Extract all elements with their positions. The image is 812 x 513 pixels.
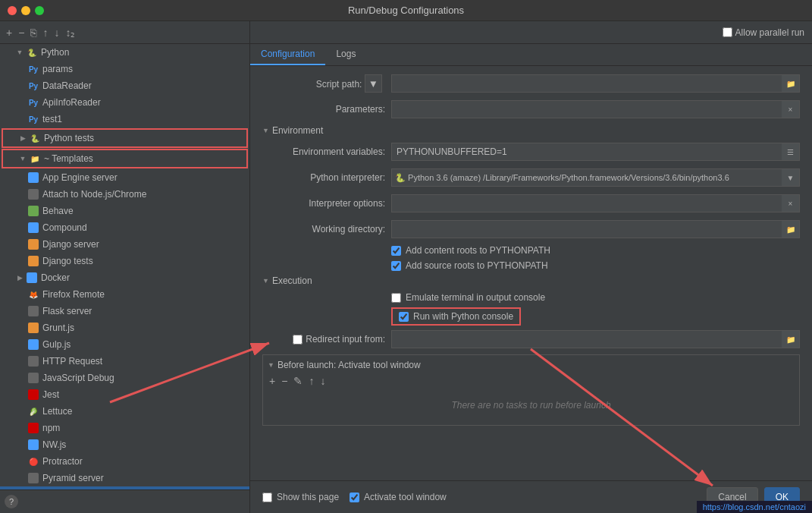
remove-task-button[interactable]: −	[280, 375, 289, 387]
tree-docker[interactable]: ▶ Docker	[0, 269, 249, 286]
emulate-terminal-label: Emulate terminal in output console	[406, 292, 545, 303]
interpreter-options-input[interactable]	[391, 194, 782, 212]
window-controls[interactable]	[8, 6, 44, 15]
firefox-icon: 🦊	[27, 288, 39, 301]
redirect-path-input[interactable]	[391, 330, 782, 348]
add-content-roots-checkbox[interactable]	[391, 246, 401, 256]
protractor-label: Protractor	[42, 456, 83, 467]
config-tree: ▼ 🐍 Python Py params Py DataReader Py Ap…	[0, 44, 249, 489]
maximize-button[interactable]	[35, 6, 44, 15]
add-source-roots-checkbox[interactable]	[391, 261, 401, 271]
tree-datareader[interactable]: Py DataReader	[0, 77, 249, 94]
django-server-icon	[27, 238, 39, 250]
activate-tool-window-checkbox[interactable]	[350, 493, 359, 502]
move-up-button[interactable]: ↑	[41, 27, 49, 39]
close-button[interactable]	[8, 6, 17, 15]
script-path-dropdown[interactable]: ▼	[365, 74, 382, 93]
tree-http-request[interactable]: HTTP Request	[0, 353, 249, 370]
help-button[interactable]: ?	[5, 495, 18, 508]
redirect-input-group: 📁	[391, 330, 800, 348]
interpreter-options-clear[interactable]: ×	[782, 194, 800, 212]
test1-label: test1	[42, 114, 62, 124]
interpreter-dropdown-button[interactable]: ▼	[782, 168, 800, 187]
allow-parallel-label: Allow parallel run	[735, 27, 804, 38]
show-page-checkbox[interactable]	[262, 493, 272, 502]
add-content-roots-row: Add content roots to PYTHONPATH	[391, 245, 800, 256]
tree-pyramid[interactable]: Pyramid server	[0, 470, 249, 486]
copy-config-button[interactable]: ⎘	[29, 27, 38, 39]
tree-lettuce[interactable]: 🥬 Lettuce	[0, 403, 249, 420]
edit-task-button[interactable]: ✎	[292, 375, 304, 387]
up-task-button[interactable]: ↑	[307, 375, 315, 387]
tree-npm[interactable]: npm	[0, 420, 249, 436]
tree-test1[interactable]: Py test1	[0, 111, 249, 127]
run-python-console-container: Run with Python console	[391, 307, 521, 326]
tree-templates-group[interactable]: ▼ 📁 ~ Templates	[3, 150, 246, 167]
python-interpreter-label: Python interpreter:	[262, 172, 391, 183]
script-path-input[interactable]	[391, 74, 782, 93]
redirect-input-checkbox[interactable]	[293, 335, 303, 345]
move-down-button[interactable]: ↓	[52, 27, 61, 39]
parameters-clear-button[interactable]: ×	[782, 100, 800, 118]
tree-python-tests-group[interactable]: ▶ 🐍 Python tests	[3, 130, 246, 146]
working-dir-input[interactable]	[391, 220, 782, 238]
down-task-button[interactable]: ↓	[318, 375, 327, 387]
tree-django-tests[interactable]: Django tests	[0, 253, 249, 269]
tree-gulp[interactable]: Gulp.js	[0, 336, 249, 353]
tree-compound[interactable]: Compound	[0, 219, 249, 236]
add-source-roots-row: Add source roots to PYTHONPATH	[391, 260, 800, 271]
gulp-label: Gulp.js	[42, 339, 71, 350]
interpreter-value: 🐍 Python 3.6 (amaze) /Library/Frameworks…	[395, 173, 729, 183]
tree-jest[interactable]: Jest	[0, 386, 249, 403]
python-group-icon: 🐍	[26, 46, 38, 58]
tree-flask[interactable]: Flask server	[0, 303, 249, 319]
tree-app-engine[interactable]: App Engine server	[0, 169, 249, 186]
add-task-button[interactable]: +	[268, 375, 277, 387]
tree-apiinforeader[interactable]: Py ApiInfoReader	[0, 94, 249, 111]
sort-button[interactable]: ↕₂	[64, 27, 77, 39]
tree-js-debug[interactable]: JavaScript Debug	[0, 370, 249, 386]
tree-behave[interactable]: Behave	[0, 203, 249, 219]
emulate-terminal-checkbox[interactable]	[391, 293, 401, 303]
templates-bordered: ▼ 📁 ~ Templates	[2, 149, 248, 168]
django-server-label: Django server	[42, 239, 99, 250]
title-bar: Run/Debug Configurations	[0, 0, 812, 21]
working-dir-input-group: 📁	[391, 220, 800, 238]
tree-django-server[interactable]: Django server	[0, 236, 249, 253]
tree-python-group[interactable]: ▼ 🐍 Python	[0, 44, 249, 61]
minimize-button[interactable]	[21, 6, 30, 15]
bl-arrow: ▼	[268, 361, 274, 369]
redirect-browse-button[interactable]: 📁	[782, 330, 800, 348]
lettuce-icon: 🥬	[27, 405, 39, 417]
python-tests-icon: 🐍	[29, 132, 41, 144]
run-python-console-bordered: Run with Python console	[391, 307, 521, 326]
interpreter-select[interactable]: 🐍 Python 3.6 (amaze) /Library/Frameworks…	[391, 168, 782, 187]
expand-arrow: ▼	[18, 154, 27, 163]
env-variables-input[interactable]	[391, 143, 782, 161]
run-python-console-checkbox[interactable]	[399, 312, 409, 322]
env-variables-browse-button[interactable]: ☰	[782, 143, 800, 161]
parameters-input[interactable]	[391, 100, 782, 118]
tab-configuration[interactable]: Configuration	[250, 44, 325, 65]
emulate-terminal-row: Emulate terminal in output console	[391, 292, 800, 303]
right-panel: Allow parallel run Configuration Logs Sc…	[250, 21, 812, 513]
tab-logs[interactable]: Logs	[325, 44, 366, 65]
before-launch-section: ▼ Before launch: Activate tool window + …	[262, 354, 800, 426]
redirect-label-area: Redirect input from:	[262, 334, 391, 345]
tree-grunt[interactable]: Grunt.js	[0, 319, 249, 336]
remove-config-button[interactable]: −	[17, 27, 26, 39]
tree-params[interactable]: Py params	[0, 61, 249, 77]
add-config-button[interactable]: +	[5, 27, 14, 39]
python-tests-group-label: Python tests	[44, 133, 94, 143]
tree-attach-nodejs[interactable]: Attach to Node.js/Chrome	[0, 186, 249, 203]
interpreter-input-group: 🐍 Python 3.6 (amaze) /Library/Frameworks…	[391, 168, 800, 187]
js-icon	[27, 372, 39, 384]
run-python-console-label: Run with Python console	[413, 311, 513, 322]
tree-nwjs[interactable]: NW.js	[0, 436, 249, 453]
tree-firefox-remote[interactable]: 🦊 Firefox Remote	[0, 286, 249, 303]
env-arrow: ▼	[262, 127, 269, 134]
tree-protractor[interactable]: 🔴 Protractor	[0, 453, 249, 470]
working-dir-browse-button[interactable]: 📁	[782, 220, 800, 238]
script-path-browse-button[interactable]: 📁	[782, 74, 800, 93]
allow-parallel-checkbox[interactable]	[723, 27, 732, 37]
